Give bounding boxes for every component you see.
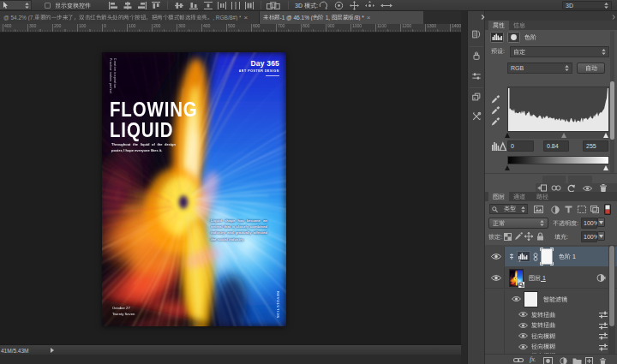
filter-shape-layers-icon[interactable] xyxy=(578,206,586,213)
workspace-switcher[interactable]: 3D xyxy=(562,1,612,9)
black-point-eyedropper-icon[interactable] xyxy=(491,95,501,104)
toggle-visibility-icon[interactable] xyxy=(583,185,592,192)
align-left-edges-icon[interactable] xyxy=(109,2,117,9)
layer-filter-kind-select[interactable] xyxy=(489,204,528,214)
add-mask-icon[interactable] xyxy=(543,357,553,364)
filter-name[interactable] xyxy=(531,332,555,341)
filter-name[interactable] xyxy=(531,343,555,352)
align-bottom-edges-icon[interactable] xyxy=(189,2,198,9)
filter-eye-icon[interactable] xyxy=(518,322,529,330)
levels-histogram[interactable] xyxy=(507,87,609,132)
highlights-input-slider[interactable] xyxy=(603,133,608,138)
smart-filters-collapse-icon[interactable] xyxy=(596,273,606,283)
tab-close-icon[interactable]: × xyxy=(367,15,371,21)
layer-filtering-toggle[interactable] xyxy=(604,204,611,215)
distribute-top-edges-icon[interactable] xyxy=(204,2,213,9)
auto-align-layers-icon[interactable] xyxy=(267,2,280,9)
document-tab-inactive[interactable]: @ 54.2% (7., RGB/8#) * × xyxy=(0,11,260,24)
filter-blend-options-icon[interactable] xyxy=(599,322,608,330)
channel-select[interactable]: RGB xyxy=(507,63,572,74)
filter-eye-icon[interactable] xyxy=(518,332,529,340)
tab-close-icon[interactable]: × xyxy=(243,15,248,21)
output-shadow-slider[interactable] xyxy=(505,165,510,170)
lock-all-icon[interactable] xyxy=(536,232,544,241)
distribute-v-centers-icon[interactable] xyxy=(218,2,226,9)
layer-row-levels[interactable]: 1 xyxy=(485,247,617,266)
preset-select[interactable] xyxy=(510,46,609,57)
canvas-pasteboard[interactable]: Day 365 ART POSTER DESIGN Creative inspi… xyxy=(0,33,461,344)
3d-slide-icon[interactable] xyxy=(365,1,374,10)
smart-filter-item[interactable] xyxy=(485,331,617,342)
output-levels-gradient[interactable] xyxy=(507,156,609,164)
tab-layers[interactable] xyxy=(488,192,509,201)
highlight-input-field[interactable]: 255 xyxy=(583,140,608,152)
lock-position-icon[interactable] xyxy=(524,232,533,241)
layer-row-layer1[interactable]: 1 xyxy=(485,267,617,289)
midtones-input-slider[interactable] xyxy=(561,133,566,138)
smart-filters-row[interactable] xyxy=(485,289,617,309)
status-menu-arrow-icon[interactable] xyxy=(51,348,54,353)
align-top-edges-icon[interactable] xyxy=(152,2,160,9)
mask-icon[interactable] xyxy=(507,32,520,43)
output-highlight-slider[interactable] xyxy=(603,165,608,170)
properties-scrollbar[interactable] xyxy=(610,31,614,173)
smart-filters-label[interactable] xyxy=(543,295,567,304)
smart-filter-item[interactable] xyxy=(485,309,617,320)
3d-roll-icon[interactable] xyxy=(334,1,344,10)
gamma-input-field[interactable]: 0.84 xyxy=(543,140,569,152)
smart-filter-item[interactable] xyxy=(485,320,617,331)
layer-mask-thumbnail[interactable] xyxy=(540,248,554,266)
scrollbar-thumb[interactable] xyxy=(610,81,614,140)
layer-name[interactable]: 1 xyxy=(559,253,576,261)
panel-icon-clone-source[interactable] xyxy=(471,92,482,103)
align-right-edges-icon[interactable] xyxy=(138,2,147,9)
layer-style-icon[interactable]: fx. xyxy=(530,355,536,363)
tab-paths[interactable] xyxy=(532,192,553,201)
auto-button[interactable] xyxy=(577,63,605,74)
layer-visibility-eye-icon[interactable] xyxy=(491,274,501,282)
filter-name[interactable] xyxy=(531,322,555,331)
levels-thumbnail[interactable] xyxy=(517,251,530,262)
3d-zoom-icon[interactable] xyxy=(380,1,392,10)
panel-icon-brush-settings[interactable] xyxy=(471,51,482,62)
3d-orbit-icon[interactable] xyxy=(319,1,328,10)
opacity-dropdown-button[interactable] xyxy=(597,218,605,227)
layer-visibility-eye-icon[interactable] xyxy=(491,253,501,260)
document-tab-active[interactable]: -1 @ 46.1% ( 1, /8) * × xyxy=(260,11,423,24)
fill-value[interactable]: 100% xyxy=(581,231,597,242)
tab-channels[interactable] xyxy=(509,192,530,201)
filter-pixel-layers-icon[interactable] xyxy=(534,206,543,213)
filter-adjustment-layers-icon[interactable] xyxy=(551,206,560,214)
document-image[interactable]: Day 365 ART POSTER DESIGN Creative inspi… xyxy=(102,52,286,326)
view-previous-state-icon[interactable] xyxy=(551,184,561,192)
panel-icon-tool-presets[interactable] xyxy=(471,111,482,122)
link-layers-icon[interactable] xyxy=(513,357,524,363)
dock-menu-icon[interactable] xyxy=(612,15,616,20)
new-adjustment-layer-icon[interactable] xyxy=(560,357,567,364)
clip-to-layer-icon[interactable] xyxy=(537,184,547,192)
tool-preset-dropdown[interactable] xyxy=(0,0,32,10)
filter-blend-options-icon[interactable] xyxy=(599,332,608,340)
new-group-icon[interactable] xyxy=(572,357,582,364)
filter-eye-icon[interactable] xyxy=(518,311,529,319)
show-transform-controls-checkbox[interactable] xyxy=(45,3,51,9)
filter-type-layers-icon[interactable] xyxy=(565,206,572,213)
delete-layer-icon[interactable] xyxy=(599,357,607,364)
opacity-value[interactable]: 100% xyxy=(581,218,597,229)
filter-blend-options-icon[interactable] xyxy=(599,343,608,351)
filter-name[interactable] xyxy=(531,311,555,319)
layer-name[interactable]: 1 xyxy=(529,274,546,283)
panel-icon-adjustments[interactable] xyxy=(471,29,482,40)
filter-blend-options-icon[interactable] xyxy=(599,311,608,319)
lock-transparency-icon[interactable] xyxy=(504,233,512,241)
shadow-input-field[interactable]: 0 xyxy=(507,140,534,152)
scrollbar-thumb[interactable] xyxy=(609,246,614,326)
smart-filter-item[interactable] xyxy=(485,342,617,353)
align-h-centers-icon[interactable] xyxy=(123,2,132,9)
3d-pan-icon[interactable] xyxy=(350,1,359,10)
panel-icon-brushes[interactable] xyxy=(471,71,482,82)
gray-point-eyedropper-icon[interactable] xyxy=(491,106,501,116)
fill-dropdown-button[interactable] xyxy=(597,231,605,241)
smart-filter-eye-icon[interactable] xyxy=(512,295,522,303)
distribute-bottom-edges-icon[interactable] xyxy=(231,2,240,9)
